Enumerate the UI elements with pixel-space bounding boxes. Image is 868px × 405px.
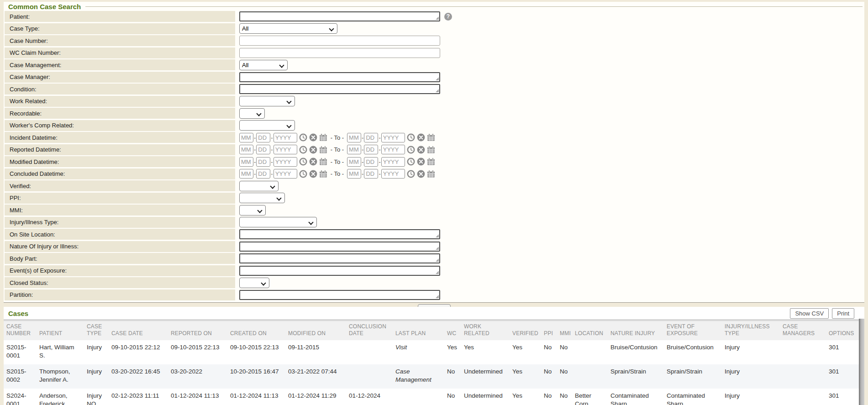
calendar-icon[interactable] [427,170,435,178]
cell-reported-on: 03-20-2022 [168,364,227,389]
wc-claim-number-input[interactable] [239,48,440,58]
nature-of-injury-input[interactable] [239,242,440,252]
year-input[interactable] [274,157,297,167]
calendar-icon[interactable] [427,146,435,154]
month-input[interactable] [347,157,361,167]
calendar-icon[interactable] [319,170,327,178]
col-wc: WC [444,321,461,341]
clock-icon[interactable] [299,146,307,154]
cell-injury-illness-type: Injury [722,364,780,389]
on-site-location-input-wrap [239,229,440,239]
ppi-select[interactable] [239,193,285,203]
day-input[interactable] [364,169,378,179]
day-input[interactable] [256,133,270,142]
clear-icon[interactable] [417,146,425,154]
help-icon[interactable]: ? [444,13,452,21]
year-input[interactable] [381,157,405,167]
verified-select[interactable] [239,181,279,191]
year-input[interactable] [274,145,297,154]
clear-icon[interactable] [309,158,317,166]
form-row-body-part: Body Part: [5,253,864,264]
clear-icon[interactable] [309,170,317,178]
table-header-row: CASE NUMBER PATIENT CASE TYPE CASE DATE … [4,321,859,341]
calendar-icon[interactable] [319,133,327,142]
date-dash: - [362,158,363,165]
month-input[interactable] [239,145,253,154]
condition-input[interactable] [239,84,440,94]
month-input[interactable] [347,169,361,179]
date-dash: - [254,158,256,165]
year-input[interactable] [274,169,297,179]
body-part-input[interactable] [239,253,440,263]
clock-icon[interactable] [407,133,415,142]
month-input[interactable] [239,157,253,167]
clock-icon[interactable] [299,170,307,178]
injury-illness-type-select[interactable] [239,217,317,227]
form-row-case-manager: Case Manager: [5,72,864,83]
col-created-on: CREATED ON [227,321,285,341]
calendar-icon[interactable] [427,158,435,166]
print-button[interactable]: Print [832,308,854,319]
year-input[interactable] [381,145,405,154]
clear-icon[interactable] [309,146,317,154]
partition-input[interactable] [239,290,440,300]
clear-icon[interactable] [417,133,425,142]
recordable-select[interactable] [239,108,265,119]
show-csv-button[interactable]: Show CSV [790,308,829,319]
date-dash: - [362,146,363,153]
month-input[interactable] [239,133,253,142]
year-input[interactable] [274,133,297,142]
mmi-select[interactable] [239,205,266,216]
col-reported-on: REPORTED ON [168,321,227,341]
form-row-ppi: PPI: [5,193,864,204]
clock-icon[interactable] [407,146,415,154]
closed-status-select[interactable] [239,278,269,288]
month-input[interactable] [239,169,253,179]
day-input[interactable] [364,157,378,167]
clock-icon[interactable] [407,158,415,166]
day-input[interactable] [364,145,378,154]
wc-claim-number-label: WC Claim Number: [5,47,235,58]
patient-input-wrap [239,11,440,21]
events-of-exposure-input[interactable] [239,266,440,276]
day-input[interactable] [256,145,270,154]
cell-verified: Yes [510,389,541,405]
calendar-icon[interactable] [319,158,327,166]
vertical-scrollbar[interactable] [859,319,864,405]
col-case-date: CASE DATE [109,321,168,341]
date-dash: - [379,170,380,177]
calendar-icon[interactable] [427,133,435,142]
clear-icon[interactable] [417,170,425,178]
day-input[interactable] [256,157,270,167]
clear-icon[interactable] [309,133,317,142]
closed-status-label: Closed Status: [5,277,235,288]
clock-icon[interactable] [299,158,307,166]
case-manager-input[interactable] [239,72,440,82]
case-number-input[interactable] [239,36,440,46]
day-input[interactable] [256,169,270,179]
case-type-label: Case Type: [5,23,235,34]
clear-icon[interactable] [417,158,425,166]
work-related-select[interactable] [239,96,295,106]
case-type-select[interactable]: All [239,23,337,34]
cell-case-number: S2015-0002 [4,364,37,389]
day-input[interactable] [364,133,378,142]
case-management-select[interactable]: All [239,60,288,70]
cell-options[interactable]: 301 [823,364,859,389]
patient-input[interactable] [239,11,440,21]
clock-icon[interactable] [407,170,415,178]
cell-mmi: No [557,340,572,364]
clock-icon[interactable] [299,133,307,142]
table-row: S2024-0001 Anderson, Frederick Injury NO… [4,389,859,405]
year-input[interactable] [381,169,405,179]
cell-options[interactable]: 301 [823,340,859,364]
on-site-location-input[interactable] [239,229,440,239]
month-input[interactable] [347,145,361,154]
cell-verified: Yes [510,340,541,364]
calendar-icon[interactable] [319,146,327,154]
col-options: OPTIONS [823,321,859,341]
year-input[interactable] [381,133,405,142]
month-input[interactable] [347,133,361,142]
cell-options[interactable]: 301 [823,389,859,405]
workers-comp-related-select[interactable] [239,120,295,131]
